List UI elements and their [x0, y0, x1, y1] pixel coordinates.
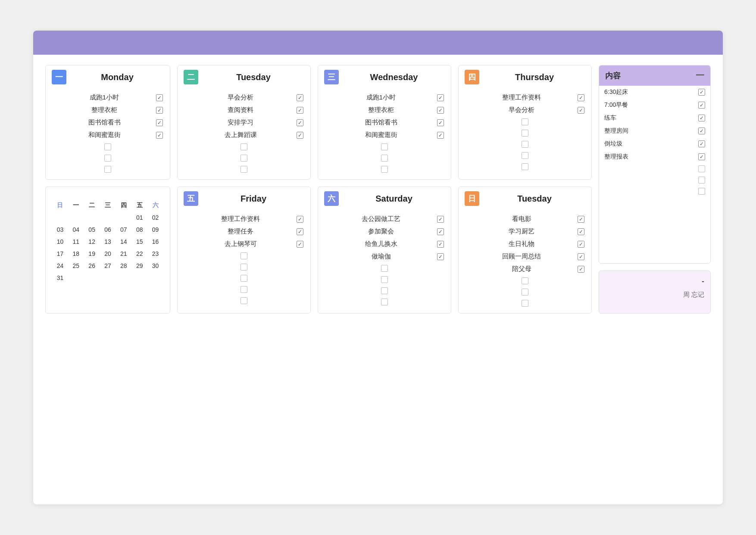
task-checkbox[interactable]: ✓ — [156, 119, 163, 126]
empty-checkbox[interactable] — [522, 130, 528, 137]
right-task-checkbox[interactable]: ✓ — [698, 115, 705, 121]
empty-checkbox[interactable] — [104, 155, 111, 162]
empty-checkbox[interactable] — [381, 276, 388, 283]
empty-checkbox[interactable] — [522, 300, 528, 307]
empty-checkbox[interactable] — [241, 275, 247, 282]
task-checkbox[interactable]: ✓ — [578, 228, 584, 235]
task-checkbox[interactable]: ✓ — [437, 119, 444, 126]
right-task-checkbox[interactable]: ✓ — [698, 140, 705, 147]
empty-checkbox-row — [182, 261, 306, 273]
empty-checkbox[interactable] — [241, 264, 247, 271]
day-name-monday: Monday — [71, 72, 164, 82]
task-checkbox[interactable]: ✓ — [297, 119, 303, 126]
cal-dow-日: 日 — [53, 200, 68, 211]
task-checkbox[interactable]: ✓ — [578, 266, 584, 273]
right-empty-checkbox[interactable] — [698, 165, 705, 172]
cal-day: 23 — [148, 248, 163, 259]
task-checkbox[interactable]: ✓ — [156, 107, 163, 114]
day-card-thursday: 四Thursday整理工作资料✓早会分析✓ — [458, 65, 592, 180]
task-text: 看电影 — [465, 215, 578, 223]
empty-checkbox[interactable] — [381, 155, 388, 162]
day-badge-thursday: 四 — [465, 70, 479, 84]
empty-checkbox-row — [322, 263, 447, 274]
empty-checkbox[interactable] — [241, 143, 247, 150]
task-checkbox[interactable]: ✓ — [297, 94, 303, 101]
cal-dow-六: 六 — [148, 200, 163, 211]
task-checkbox[interactable]: ✓ — [297, 107, 303, 114]
task-row: 整理衣柜✓ — [50, 104, 166, 116]
empty-checkbox[interactable] — [381, 287, 388, 294]
empty-checkbox[interactable] — [381, 166, 388, 173]
empty-checkbox[interactable] — [522, 141, 528, 148]
right-task-text: 倒垃圾 — [604, 140, 698, 148]
empty-checkbox[interactable] — [522, 118, 528, 125]
task-text: 学习厨艺 — [465, 227, 578, 236]
task-checkbox[interactable]: ✓ — [156, 94, 163, 101]
empty-checkbox[interactable] — [522, 289, 528, 295]
task-checkbox[interactable]: ✓ — [437, 107, 444, 114]
day-body-sunday: 看电影✓学习厨艺✓生日礼物✓回顾一周总结✓陪父母✓ — [459, 210, 591, 313]
right-task-checkbox[interactable]: ✓ — [698, 153, 705, 160]
right-bottom-dash: - — [605, 277, 704, 286]
cal-day: 24 — [53, 260, 68, 271]
task-checkbox[interactable]: ✓ — [578, 94, 584, 101]
cal-day: 06 — [100, 224, 116, 235]
cal-day — [53, 212, 68, 223]
cal-day: 21 — [116, 248, 131, 259]
empty-checkbox[interactable] — [241, 252, 247, 259]
empty-checkbox[interactable] — [381, 143, 388, 150]
empty-checkbox[interactable] — [381, 299, 388, 305]
task-checkbox[interactable]: ✓ — [437, 241, 444, 248]
task-checkbox[interactable]: ✓ — [437, 253, 444, 260]
right-task-checkbox[interactable]: ✓ — [698, 128, 705, 134]
main-grid: 日一二三四五六010203040506070809101112131415161… — [33, 55, 723, 324]
cal-day: 27 — [100, 260, 116, 271]
task-text: 成跑1小时 — [325, 93, 437, 102]
cal-dow-一: 一 — [69, 200, 84, 211]
right-task-checkbox[interactable]: ✓ — [698, 102, 705, 109]
task-checkbox[interactable]: ✓ — [437, 132, 444, 139]
right-task-row: 整理报表✓ — [599, 150, 710, 163]
empty-checkbox[interactable] — [522, 163, 528, 170]
cal-day: 02 — [148, 212, 163, 223]
right-task-text: 整理报表 — [604, 153, 698, 161]
right-task-row: 6:30起床✓ — [599, 86, 710, 99]
empty-checkbox-row — [182, 164, 306, 175]
empty-checkbox[interactable] — [104, 166, 111, 173]
task-checkbox[interactable]: ✓ — [297, 241, 303, 248]
empty-checkbox-row — [463, 275, 587, 286]
day-badge-monday: 一 — [52, 70, 66, 84]
task-checkbox[interactable]: ✓ — [578, 216, 584, 223]
right-empty-checkbox[interactable] — [698, 188, 705, 195]
task-checkbox[interactable]: ✓ — [156, 132, 163, 139]
empty-checkbox[interactable] — [241, 286, 247, 293]
empty-checkbox[interactable] — [241, 297, 247, 304]
task-checkbox[interactable]: ✓ — [437, 228, 444, 235]
task-checkbox[interactable]: ✓ — [578, 107, 584, 114]
empty-checkbox[interactable] — [104, 143, 111, 150]
task-checkbox[interactable]: ✓ — [297, 228, 303, 235]
task-text: 生日礼物 — [465, 240, 578, 248]
day-body-friday: 整理工作资料✓整理任务✓去上钢琴可✓ — [178, 210, 310, 311]
empty-checkbox[interactable] — [522, 152, 528, 159]
empty-checkbox[interactable] — [241, 155, 247, 162]
right-task-checkbox[interactable]: ✓ — [698, 89, 705, 96]
task-text: 陪父母 — [465, 265, 578, 273]
task-checkbox[interactable]: ✓ — [297, 132, 303, 139]
task-checkbox[interactable]: ✓ — [437, 94, 444, 101]
empty-checkbox[interactable] — [241, 166, 247, 173]
right-empty-checkbox[interactable] — [698, 177, 705, 184]
empty-checkbox-row — [50, 141, 166, 152]
task-checkbox[interactable]: ✓ — [578, 253, 584, 260]
task-checkbox[interactable]: ✓ — [437, 216, 444, 223]
right-task-text: 6:30起床 — [604, 88, 698, 96]
task-row: 查阅资料✓ — [182, 104, 306, 116]
empty-checkbox[interactable] — [381, 265, 388, 272]
task-text: 整理任务 — [184, 227, 297, 236]
day-card-sunday: 日Tuesday看电影✓学习厨艺✓生日礼物✓回顾一周总结✓陪父母✓ — [458, 187, 592, 314]
task-checkbox[interactable]: ✓ — [297, 216, 303, 223]
task-text: 查阅资料 — [184, 106, 297, 114]
task-text: 安排学习 — [184, 118, 297, 127]
empty-checkbox[interactable] — [522, 277, 528, 284]
task-checkbox[interactable]: ✓ — [578, 241, 584, 248]
